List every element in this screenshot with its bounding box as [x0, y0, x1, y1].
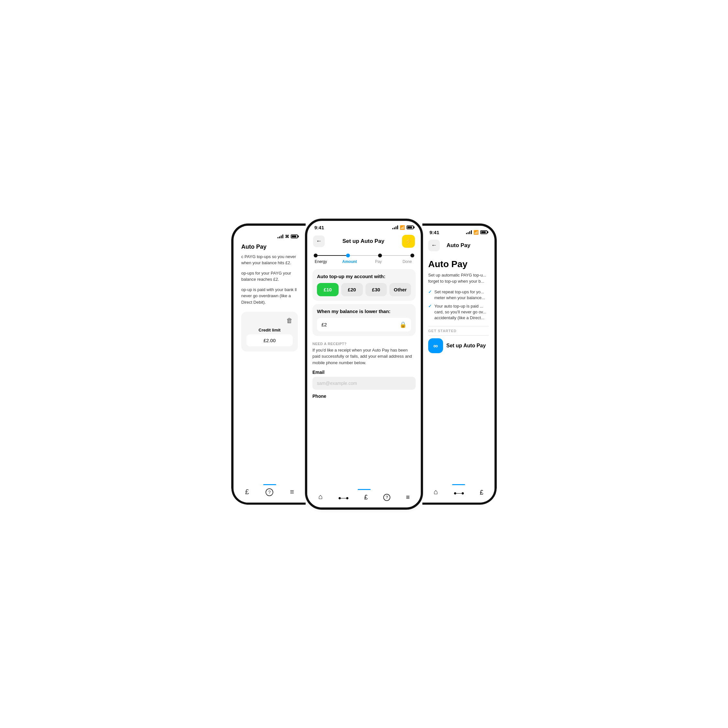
left-status-bar: ⌘ [239, 231, 300, 240]
center-nav-usage[interactable]: ●—● [338, 495, 348, 501]
center-status-time: 9:41 [314, 225, 324, 230]
infinity-icon: ∞ [428, 338, 443, 353]
right-back-button[interactable]: ← [428, 240, 440, 251]
setup-autopay-button[interactable]: ∞ Set up Auto Pay [428, 338, 486, 353]
signal-icon [277, 234, 283, 239]
center-wifi-icon: 📶 [400, 225, 405, 230]
phone-label: Phone [312, 394, 416, 399]
left-phone: ⌘ Auto Pay c PAYG top-ups so you never w… [231, 223, 306, 505]
center-nav-bills[interactable]: £ [364, 494, 368, 501]
help-icon: ? [266, 488, 273, 496]
step-label-pay: Pay [369, 259, 388, 264]
amount-10-button[interactable]: £10 [317, 283, 339, 296]
left-phone-content: ⌘ Auto Pay c PAYG top-ups so you never w… [234, 226, 306, 360]
center-nav-title: Set up Auto Pay [343, 238, 385, 245]
step-pay-dot [378, 254, 382, 257]
check-icon-2: ✓ [428, 303, 432, 321]
right-nav-usage[interactable]: ●—● [453, 490, 464, 496]
right-usage-icon: ●—● [453, 490, 464, 496]
right-description: Set up automatic PAYG top-u... forget to… [428, 272, 489, 284]
right-main-content: Auto Pay Set up automatic PAYG top-u... … [422, 254, 494, 359]
center-battery-icon [407, 225, 414, 229]
center-help-icon: ? [383, 494, 390, 501]
center-tab-indicator [358, 489, 371, 490]
right-home-icon: ⌂ [433, 488, 437, 496]
credit-limit-label: Credit limit [246, 327, 293, 332]
infinity-symbol: ∞ [433, 342, 438, 350]
divider-line-2 [428, 335, 489, 336]
right-page-title: Auto Pay [428, 259, 489, 269]
step-energy-dot [314, 254, 318, 257]
left-bottom-nav: £ ? ≡ [234, 485, 306, 503]
right-feature-list: ✓ Set repeat top-ups for yo... meter whe… [428, 289, 489, 321]
home-icon: ⌂ [318, 492, 323, 501]
lightning-button[interactable]: ⚡ [402, 235, 415, 248]
left-nav-bills[interactable]: £ [245, 488, 249, 496]
right-status-time: 9:41 [430, 229, 439, 235]
scene: ⌘ Auto Pay c PAYG top-ups so you never w… [193, 193, 535, 535]
email-input[interactable]: sam@example.com [312, 377, 416, 390]
right-nav-title: Auto Pay [447, 242, 471, 249]
right-wifi-icon: 📶 [474, 230, 479, 235]
setup-btn-label: Set up Auto Pay [446, 343, 486, 349]
topup-section: Auto top-up my account with: £10 £20 £30… [312, 269, 416, 301]
center-phone: 9:41 📶 ← Set up Auto Pay ⚡ [305, 219, 423, 510]
delete-icon[interactable]: 🗑 [246, 317, 293, 324]
step-labels: Energy Amount Pay Done [307, 259, 421, 267]
step-done-dot [410, 254, 414, 257]
center-bills-icon: £ [364, 494, 368, 501]
left-page-title: Auto Pay [241, 243, 298, 250]
left-tab-indicator [263, 484, 276, 485]
left-nav-help[interactable]: ? [266, 488, 273, 496]
left-nav-menu[interactable]: ≡ [290, 488, 294, 496]
step-label-energy: Energy [311, 259, 330, 264]
amount-20-button[interactable]: £20 [341, 283, 363, 296]
left-desc3: op-up is paid with your bank ll never go… [241, 286, 298, 306]
amount-options: £10 £20 £30 Other [317, 283, 411, 296]
center-signal-icon [392, 225, 398, 229]
battery-icon [291, 234, 298, 239]
bullet-text-2: Your auto top-up is paid ... card, so yo… [434, 303, 489, 321]
wifi-icon: ⌘ [285, 234, 289, 239]
right-status-bar: 9:41 📶 [422, 226, 494, 237]
balance-title: When my balance is lower than: [317, 309, 411, 314]
right-bottom-nav: ⌂ ●—● £ [422, 485, 494, 503]
center-status-icons: 📶 [392, 225, 414, 230]
topup-title: Auto top-up my account with: [317, 274, 411, 279]
balance-input[interactable]: £2 🔒 [317, 318, 411, 332]
center-menu-icon: ≡ [406, 494, 410, 501]
right-bullet-1: ✓ Set repeat top-ups for yo... meter whe… [428, 289, 489, 301]
right-nav-home[interactable]: ⌂ [433, 488, 437, 496]
receipt-section: NEED A RECEIPT? If you'd like a receipt … [307, 339, 421, 399]
bullet-text-1: Set repeat top-ups for yo... meter when … [434, 289, 489, 301]
right-tab-indicator [452, 484, 465, 485]
right-nav-bills[interactable]: £ [480, 489, 483, 496]
right-bills-icon: £ [480, 489, 483, 496]
email-label: Email [312, 370, 416, 375]
right-nav-header: ← Auto Pay [422, 237, 494, 254]
amount-other-button[interactable]: Other [389, 283, 411, 296]
email-placeholder: sam@example.com [317, 381, 357, 386]
center-nav-menu[interactable]: ≡ [406, 494, 410, 501]
right-signal-icon [466, 230, 472, 234]
progress-bar [307, 250, 421, 259]
step-line-3 [382, 255, 410, 256]
receipt-label: NEED A RECEIPT? [312, 342, 416, 346]
get-started-label: GET STARTED [428, 329, 489, 333]
center-nav-home[interactable]: ⌂ [318, 492, 323, 501]
center-nav-help[interactable]: ? [383, 494, 390, 501]
credit-limit-value: £2.00 [246, 334, 293, 346]
center-nav-header: ← Set up Auto Pay ⚡ [307, 232, 421, 250]
step-amount-dot [346, 254, 350, 257]
amount-30-button[interactable]: £30 [366, 283, 387, 296]
back-button[interactable]: ← [313, 236, 325, 247]
left-credit-card: 🗑 Credit limit £2.00 [241, 312, 298, 352]
left-status-icons: ⌘ [277, 234, 298, 239]
menu-icon: ≡ [290, 488, 294, 496]
bills-icon: £ [245, 488, 249, 496]
right-status-icons: 📶 [466, 230, 487, 235]
lightning-icon: ⚡ [405, 237, 413, 245]
right-phone: 9:41 📶 ← Auto Pay Auto Pay Set up automa… [422, 223, 497, 505]
lock-icon: 🔒 [399, 321, 407, 328]
step-line-1 [318, 255, 346, 256]
